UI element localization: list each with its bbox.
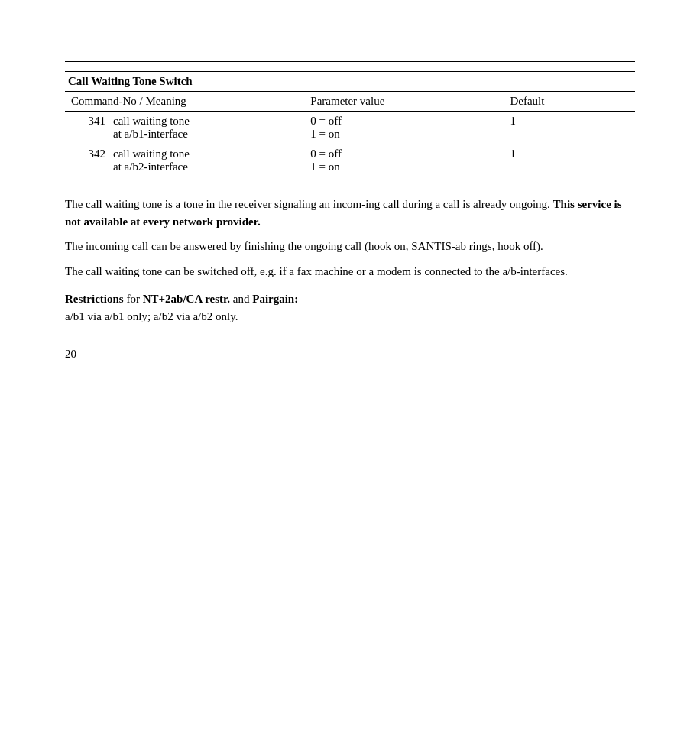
param-line1-1: 0 = off	[310, 147, 342, 160]
param-line1-0: 0 = off	[310, 115, 342, 127]
desc-para1-normal: The call waiting tone is a tone in the r…	[65, 198, 553, 210]
table-bottom-rule	[65, 177, 635, 178]
restrictions-line2: a/b1 via a/b1 only; a/b2 via a/b2 only.	[65, 308, 635, 326]
restrictions-section: Restrictions for NT+2ab/CA restr. and Pa…	[65, 290, 635, 325]
table-row-cmd-0: 341call waiting toneat a/b1-interface	[65, 112, 304, 144]
description-section: The call waiting tone is a tone in the r…	[65, 196, 635, 280]
restrictions-bold2: Pairgain:	[252, 293, 298, 305]
restrictions-label: Restrictions	[65, 293, 124, 305]
cmd-number-1: 342	[71, 147, 113, 173]
param-line2-1: 1 = on	[310, 160, 339, 173]
table-row-default-1: 1	[504, 144, 635, 177]
table-row-cmd-1: 342call waiting toneat a/b2-interface	[65, 144, 304, 177]
desc-para1: The call waiting tone is a tone in the r…	[65, 196, 635, 230]
col-header-default: Default	[504, 92, 635, 112]
cmd-meaning-1: call waiting toneat a/b2-interface	[113, 147, 298, 173]
cmd-meaning-0: call waiting toneat a/b1-interface	[113, 115, 298, 141]
table-title: Call Waiting Tone Switch	[65, 72, 635, 92]
desc-para3: The call waiting tone can be switched of…	[65, 263, 635, 280]
cmd-number-0: 341	[71, 115, 113, 141]
top-rule	[65, 61, 635, 62]
table-row-param-1: 0 = off1 = on	[304, 144, 504, 177]
table-row-param-0: 0 = off1 = on	[304, 112, 504, 144]
call-waiting-table: Call Waiting Tone Switch Command-No / Me…	[65, 71, 635, 177]
desc-para2: The incoming call can be answered by fin…	[65, 238, 635, 255]
col-header-param: Parameter value	[304, 92, 504, 112]
restrictions-text2: and	[230, 293, 252, 305]
param-line2-0: 1 = on	[310, 128, 339, 140]
page-number: 20	[65, 348, 635, 361]
restrictions-bold1: NT+2ab/CA restr.	[143, 293, 230, 305]
restrictions-line1: Restrictions for NT+2ab/CA restr. and Pa…	[65, 290, 635, 308]
restrictions-text1: for	[124, 293, 143, 305]
table-row-default-0: 1	[504, 112, 635, 144]
col-header-command: Command-No / Meaning	[65, 92, 304, 112]
